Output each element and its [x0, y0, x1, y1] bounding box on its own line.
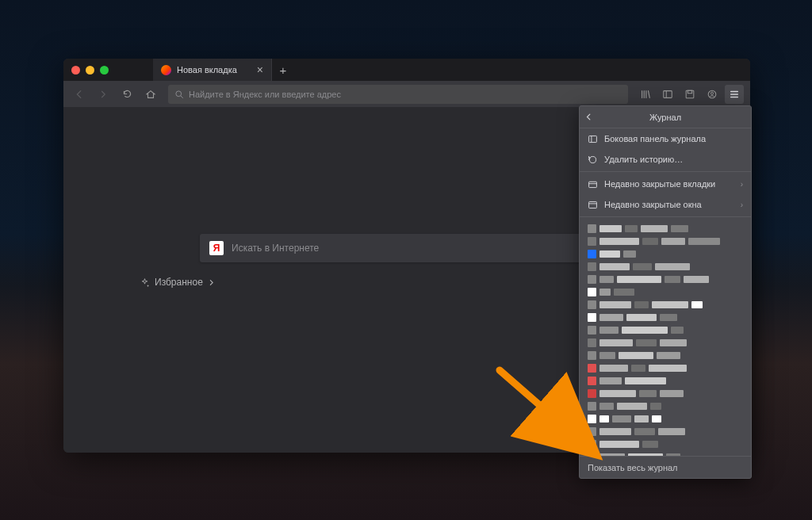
history-item[interactable]	[588, 260, 743, 273]
svg-point-0	[176, 90, 182, 96]
tabstrip: Новая вкладка × +	[153, 59, 294, 81]
history-item[interactable]	[588, 222, 743, 235]
favorites-heading[interactable]: Избранное	[140, 277, 215, 288]
history-item[interactable]	[588, 311, 743, 323]
window-icon	[588, 200, 598, 210]
tab-new-tab[interactable]: Новая вкладка ×	[153, 59, 272, 81]
history-item[interactable]	[588, 323, 743, 336]
chevron-right-icon: ›	[741, 201, 743, 209]
panel-history-sidebar[interactable]: Боковая панель журнала	[580, 128, 751, 149]
favorites-label: Избранное	[155, 277, 203, 288]
reload-button[interactable]	[117, 85, 136, 104]
search-icon	[174, 90, 184, 99]
panel-title: Журнал	[649, 113, 681, 122]
svg-rect-1	[664, 90, 672, 98]
history-panel: Журнал Боковая панель журнала Удалить ис…	[579, 105, 752, 479]
firefox-icon	[161, 65, 171, 75]
sidebar-panel-icon	[588, 134, 598, 144]
window-controls	[71, 66, 109, 75]
history-item[interactable]	[588, 374, 743, 387]
history-item[interactable]	[588, 412, 743, 425]
chevron-right-icon: ›	[741, 180, 743, 189]
svg-rect-3	[688, 90, 691, 94]
history-item[interactable]	[588, 298, 743, 311]
forward-button[interactable]	[94, 85, 113, 104]
panel-item-label: Недавно закрытые вкладки	[604, 179, 715, 189]
panel-footer-label: Показать весь журнал	[588, 463, 678, 472]
history-item[interactable]	[588, 273, 743, 285]
browser-window: Новая вкладка × + Найдите в Яндекс или в…	[63, 59, 750, 453]
separator	[580, 171, 751, 172]
svg-point-7	[589, 156, 596, 162]
address-bar[interactable]: Найдите в Яндекс или введите адрес	[168, 85, 628, 104]
home-button[interactable]	[141, 85, 160, 104]
panel-item-label: Боковая панель журнала	[604, 134, 706, 143]
panel-back-button[interactable]	[584, 113, 593, 121]
yandex-icon: Я	[209, 241, 224, 255]
history-item[interactable]	[588, 336, 743, 349]
back-button[interactable]	[70, 85, 89, 104]
separator	[580, 216, 751, 217]
panel-item-label: Удалить историю…	[604, 155, 683, 164]
close-tab-button[interactable]: ×	[257, 63, 263, 76]
tab-title: Новая вкладка	[177, 65, 237, 75]
sparkle-icon	[140, 277, 150, 288]
svg-rect-2	[686, 90, 694, 98]
history-item[interactable]	[588, 438, 743, 450]
panel-recently-closed-tabs[interactable]: Недавно закрытые вкладки ›	[580, 174, 751, 194]
history-item[interactable]	[588, 247, 743, 260]
history-item[interactable]	[588, 400, 743, 412]
history-list	[580, 219, 751, 456]
address-bar-placeholder: Найдите в Яндекс или введите адрес	[189, 90, 341, 99]
svg-rect-8	[589, 182, 597, 187]
toolbar-right	[636, 85, 744, 104]
tabs-icon	[588, 179, 598, 189]
chevron-right-icon	[208, 279, 215, 286]
save-icon[interactable]	[680, 85, 699, 104]
history-item[interactable]	[588, 349, 743, 361]
close-window-button[interactable]	[71, 66, 80, 75]
panel-item-label: Недавно закрытые окна	[604, 200, 702, 209]
new-tab-button[interactable]: +	[272, 59, 294, 81]
history-item[interactable]	[588, 235, 743, 247]
svg-rect-6	[589, 136, 597, 142]
maximize-window-button[interactable]	[100, 66, 109, 75]
toolbar: Найдите в Яндекс или введите адрес	[63, 81, 750, 107]
panel-recently-closed-windows[interactable]: Недавно закрытые окна ›	[580, 194, 751, 215]
panel-clear-history[interactable]: Удалить историю…	[580, 149, 751, 170]
svg-point-5	[710, 92, 713, 94]
menu-button[interactable]	[725, 85, 744, 104]
show-all-history[interactable]: Показать весь журнал	[580, 456, 751, 478]
content-search-box[interactable]: Я Искать в Интернете	[200, 234, 588, 262]
history-clear-icon	[588, 155, 598, 165]
library-icon[interactable]	[636, 85, 655, 104]
minimize-window-button[interactable]	[86, 66, 94, 75]
history-item[interactable]	[588, 361, 743, 374]
history-item[interactable]	[588, 425, 743, 438]
svg-rect-9	[589, 201, 597, 208]
sidebar-icon[interactable]	[658, 85, 677, 104]
titlebar: Новая вкладка × +	[63, 59, 750, 81]
history-item[interactable]	[588, 450, 743, 456]
search-placeholder: Искать в Интернете	[232, 243, 319, 254]
history-item[interactable]	[588, 387, 743, 400]
account-icon[interactable]	[703, 85, 722, 104]
panel-header: Журнал	[580, 106, 751, 128]
history-item[interactable]	[588, 285, 743, 298]
